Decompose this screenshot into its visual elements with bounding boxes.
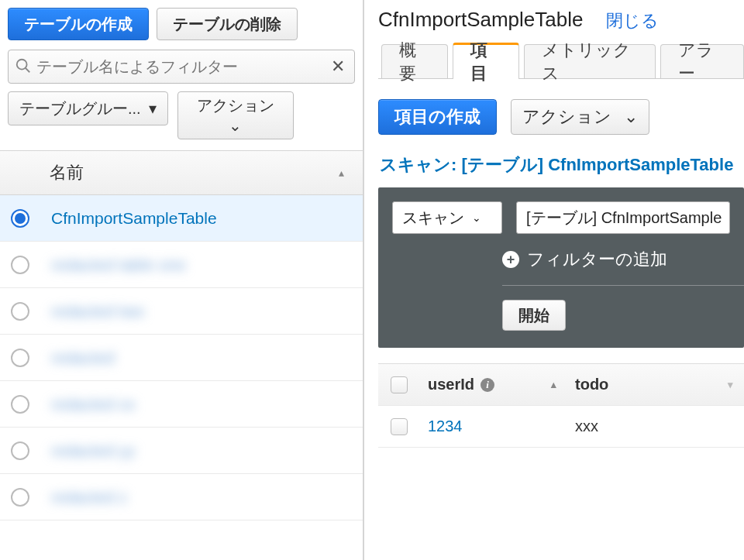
row-checkbox[interactable] (391, 418, 408, 435)
query-target-value: [テーブル] CfnImportSample (526, 208, 722, 228)
table-row[interactable]: redacted two (0, 288, 363, 335)
sort-neutral-icon: ▾ (728, 379, 733, 390)
select-all-checkbox[interactable] (391, 376, 408, 393)
table-group-label: テーブルグルー... (19, 98, 141, 119)
select-all-cell (378, 376, 420, 393)
search-wrap: ✕ (8, 50, 355, 84)
tab-3[interactable]: アラー (660, 44, 744, 78)
detail-title: CfnImportSampleTable (378, 8, 583, 32)
right-panel: CfnImportSampleTable 閉じる 概要項目メトリックスアラー 項… (364, 0, 744, 560)
results-table: userId i ▴ todo ▾ 1234xxx (378, 363, 744, 448)
left-panel: テーブルの作成 テーブルの削除 ✕ テーブルグルー... ▾ アクション (0, 0, 364, 560)
table-name-link[interactable]: CfnImportSampleTable (51, 209, 217, 228)
chevron-down-icon: ▾ (149, 99, 157, 118)
query-panel: スキャン ⌄ [テーブル] CfnImportSample + フィルターの追加… (378, 187, 744, 348)
table-name-link[interactable]: redacted two (51, 302, 144, 321)
table-name-link[interactable]: redacted z (51, 488, 127, 507)
left-toolbar: テーブルの作成 テーブルの削除 (0, 0, 363, 50)
scan-summary[interactable]: スキャン: [テーブル] CfnImportSampleTable (378, 153, 744, 187)
group-row: テーブルグルー... ▾ アクション ⌄ (0, 91, 363, 150)
left-action-label: アクション (197, 96, 274, 115)
tab-1[interactable]: 項目 (453, 43, 519, 79)
table-row[interactable]: redacted table one (0, 242, 363, 288)
sort-asc-icon: ▴ (339, 167, 344, 179)
tab-0[interactable]: 概要 (381, 44, 448, 78)
query-divider (502, 285, 744, 286)
add-filter-label: フィルターの追加 (527, 248, 667, 271)
table-list-body: CfnImportSampleTableredacted table onere… (0, 195, 363, 560)
plus-circle-icon: + (502, 251, 519, 268)
cell-userid[interactable]: 1234 (420, 417, 567, 435)
info-icon[interactable]: i (480, 378, 494, 392)
delete-table-button[interactable]: テーブルの削除 (157, 8, 298, 40)
sort-asc-icon: ▴ (551, 379, 556, 390)
column-userid-header[interactable]: userId i ▴ (420, 376, 567, 393)
query-row-1: スキャン ⌄ [テーブル] CfnImportSample (392, 201, 730, 234)
left-action-button[interactable]: アクション ⌄ (177, 91, 294, 139)
row-radio[interactable] (11, 209, 29, 228)
row-radio[interactable] (11, 256, 29, 274)
results-body: 1234xxx (378, 406, 744, 448)
table-list-header[interactable]: 名前 ▴ (0, 150, 363, 195)
column-todo-label: todo (575, 376, 608, 393)
column-todo-header[interactable]: todo ▾ (567, 376, 744, 393)
detail-tabs: 概要項目メトリックスアラー (378, 42, 744, 79)
row-check-cell (378, 418, 420, 435)
table-row[interactable]: redacted xx (0, 381, 363, 428)
table-name-link[interactable]: redacted (51, 349, 115, 367)
svg-line-1 (26, 67, 30, 72)
query-mode-select[interactable]: スキャン ⌄ (392, 201, 502, 234)
query-target-select[interactable]: [テーブル] CfnImportSample (516, 201, 730, 234)
chevron-down-icon: ⌄ (472, 211, 481, 224)
filter-row: ✕ (0, 50, 363, 91)
row-radio[interactable] (11, 395, 29, 414)
table-name-link[interactable]: redacted table one (51, 256, 186, 274)
create-table-button[interactable]: テーブルの作成 (8, 8, 149, 40)
table-row[interactable]: CfnImportSampleTable (0, 195, 363, 242)
table-name-link[interactable]: redacted xx (51, 395, 136, 414)
table-filter-input[interactable] (35, 57, 328, 77)
detail-toolbar: 項目の作成 アクション ⌄ (378, 79, 744, 153)
right-action-dropdown[interactable]: アクション ⌄ (511, 99, 649, 135)
row-radio[interactable] (11, 488, 29, 507)
column-userid-label: userId (428, 376, 474, 393)
close-link[interactable]: 閉じる (606, 9, 659, 33)
table-row[interactable]: redacted (0, 335, 363, 381)
svg-point-0 (17, 59, 27, 69)
query-mode-value: スキャン (402, 208, 464, 228)
create-item-button[interactable]: 項目の作成 (378, 99, 497, 135)
detail-header: CfnImportSampleTable 閉じる (378, 0, 744, 42)
table-group-dropdown[interactable]: テーブルグルー... ▾ (8, 91, 168, 125)
chevron-down-icon: ⌄ (619, 107, 638, 127)
right-action-label: アクション (522, 105, 611, 129)
search-icon (15, 57, 32, 77)
row-radio[interactable] (11, 302, 29, 321)
clear-search-icon[interactable]: ✕ (328, 57, 348, 77)
result-row[interactable]: 1234xxx (378, 406, 744, 448)
results-header-row: userId i ▴ todo ▾ (378, 364, 744, 406)
start-scan-button[interactable]: 開始 (502, 300, 566, 331)
table-row[interactable]: redacted yy (0, 428, 363, 474)
row-radio[interactable] (11, 349, 29, 367)
chevron-down-icon: ⌄ (229, 116, 242, 135)
cell-todo: xxx (567, 417, 744, 435)
row-radio[interactable] (11, 441, 29, 460)
column-name-header: 名前 (50, 161, 84, 184)
add-filter-link[interactable]: + フィルターの追加 (502, 248, 730, 271)
table-name-link[interactable]: redacted yy (51, 441, 136, 460)
tab-2[interactable]: メトリックス (524, 44, 656, 78)
app-root: テーブルの作成 テーブルの削除 ✕ テーブルグルー... ▾ アクション (0, 0, 744, 560)
table-row[interactable]: redacted z (0, 474, 363, 520)
